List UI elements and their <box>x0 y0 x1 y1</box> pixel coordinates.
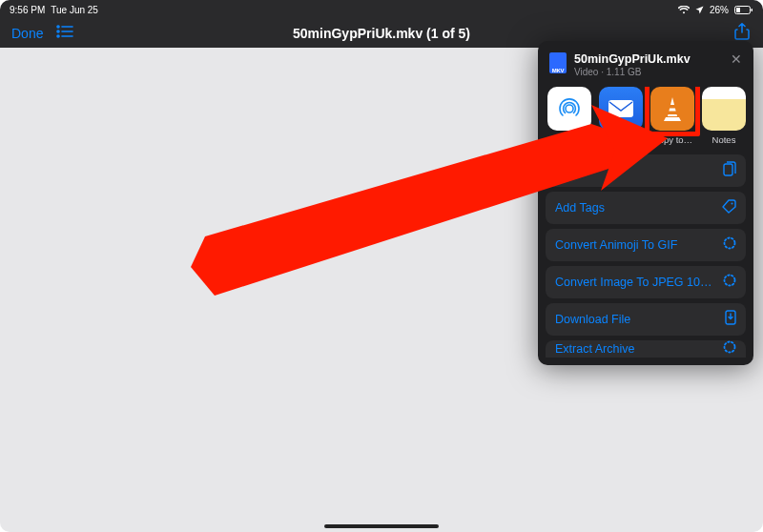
share-app-airdrop[interactable]: AirDrop <box>547 87 591 145</box>
action-extract-archive[interactable]: Extract Archive <box>546 340 746 358</box>
spinner-icon <box>723 236 736 254</box>
share-app-label: AirDrop <box>547 134 591 145</box>
action-download-file[interactable]: Download File <box>546 303 746 336</box>
svg-rect-11 <box>724 164 732 175</box>
statusbar-date: Tue Jun 25 <box>51 5 98 15</box>
action-convert-animoji[interactable]: Convert Animoji To GIF <box>546 229 746 261</box>
share-app-vlc[interactable]: Copy to… <box>650 87 694 145</box>
share-sheet: MKV 50minGypPriUk.mkv Video · 1.11 GB ✕ … <box>538 41 753 365</box>
close-icon[interactable]: ✕ <box>731 52 742 66</box>
svg-rect-1 <box>736 8 740 12</box>
spinner-icon <box>723 274 736 291</box>
location-icon <box>695 6 704 14</box>
share-app-row: AirDrop Mail <box>546 87 746 154</box>
download-icon <box>725 310 736 329</box>
share-filename: 50minGypPriUk.mkv <box>574 52 723 66</box>
action-label: Convert Animoji To GIF <box>555 238 677 252</box>
document-icon: MKV <box>549 52 567 73</box>
notes-icon <box>702 87 746 131</box>
action-add-tags[interactable]: Add Tags <box>546 192 746 224</box>
svg-point-3 <box>57 26 59 28</box>
page-title: 50minGypPriUk.mkv (1 of 5) <box>0 26 763 41</box>
tag-icon <box>722 199 736 217</box>
svg-rect-10 <box>608 100 633 117</box>
wifi-icon <box>678 6 690 14</box>
svg-point-9 <box>566 105 573 113</box>
action-label: Extract Archive <box>555 342 634 356</box>
svg-point-12 <box>732 202 733 204</box>
share-action-list: Copy Add Tags Convert Animoji To GIF Con… <box>546 154 746 358</box>
svg-point-13 <box>725 238 735 249</box>
statusbar-time: 9:56 PM <box>10 5 45 15</box>
action-label: Download File <box>555 313 630 326</box>
svg-point-5 <box>57 31 59 32</box>
action-label: Add Tags <box>555 201 605 215</box>
battery-icon <box>734 6 753 14</box>
spinner-icon <box>723 340 736 358</box>
share-app-label: Copy to… <box>650 134 694 145</box>
list-icon[interactable] <box>56 25 73 42</box>
svg-point-14 <box>725 276 735 286</box>
vlc-cone-icon <box>660 94 685 123</box>
annotation-highlight-box <box>645 87 700 136</box>
action-label: Copy <box>555 164 583 177</box>
battery-percent: 26% <box>710 5 729 15</box>
share-subtitle: Video · 1.11 GB <box>574 67 723 77</box>
share-app-label: Notes <box>702 134 746 145</box>
airdrop-icon <box>555 94 584 123</box>
action-label: Convert Image To JPEG 1000px <box>555 276 715 289</box>
mail-icon <box>608 99 634 118</box>
svg-point-7 <box>57 35 59 37</box>
share-app-notes[interactable]: Notes <box>702 87 746 145</box>
share-app-label: Mail <box>599 134 643 145</box>
action-copy[interactable]: Copy <box>546 154 746 187</box>
copy-icon <box>723 161 736 180</box>
status-bar: 9:56 PM Tue Jun 25 26% <box>0 0 763 19</box>
action-convert-image-jpeg[interactable]: Convert Image To JPEG 1000px <box>546 266 746 298</box>
home-indicator <box>324 524 439 528</box>
svg-rect-2 <box>752 9 753 11</box>
share-app-mail[interactable]: Mail <box>599 87 643 145</box>
done-button[interactable]: Done <box>11 26 43 41</box>
svg-point-16 <box>725 342 735 353</box>
